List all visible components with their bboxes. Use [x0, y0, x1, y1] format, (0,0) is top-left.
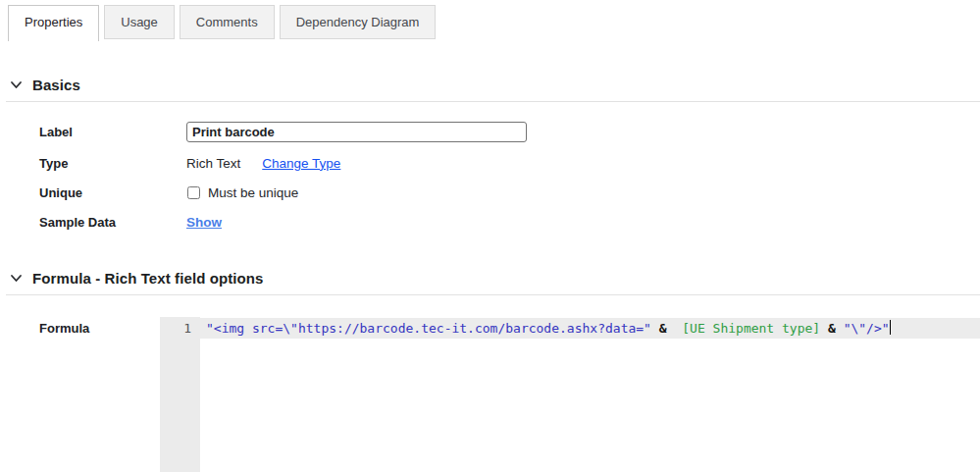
formula-divider: [6, 294, 980, 295]
formula-code-editor[interactable]: 1 "<img src=\"https://barcode.tec-it.com…: [160, 317, 980, 472]
type-value: Rich Text: [186, 156, 240, 171]
label-field-row: Label: [39, 122, 980, 142]
basics-fields: Label Type Rich Text Change Type Unique …: [0, 122, 980, 231]
formula-section-title: Formula - Rich Text field options: [32, 270, 264, 287]
must-be-unique-checkbox[interactable]: [187, 186, 200, 199]
tab-bar: Properties Usage Comments Dependency Dia…: [0, 0, 980, 41]
formula-field-name: Formula: [39, 317, 160, 336]
basics-section-header[interactable]: Basics: [10, 77, 980, 93]
sample-data-field-name: Sample Data: [39, 215, 186, 230]
tab-usage[interactable]: Usage: [104, 5, 175, 39]
must-be-unique-label: Must be unique: [208, 185, 298, 200]
text-cursor: [890, 320, 892, 335]
basics-section-title: Basics: [32, 77, 80, 93]
tab-properties[interactable]: Properties: [8, 5, 99, 41]
type-field-row: Type Rich Text Change Type: [39, 154, 980, 172]
basics-divider: [6, 101, 980, 102]
tab-comments[interactable]: Comments: [180, 5, 275, 39]
change-type-link[interactable]: Change Type: [262, 156, 340, 171]
label-field-name: Label: [39, 125, 186, 139]
editor-code-area[interactable]: "<img src=\"https://barcode.tec-it.com/b…: [200, 317, 980, 472]
label-input[interactable]: [186, 122, 527, 142]
chevron-down-icon[interactable]: [10, 79, 23, 91]
sample-data-field-row: Sample Data Show: [39, 213, 980, 231]
editor-gutter: 1: [160, 317, 200, 472]
show-sample-data-link[interactable]: Show: [186, 215, 222, 230]
type-field-name: Type: [39, 156, 186, 171]
chevron-down-icon[interactable]: [10, 272, 23, 285]
unique-field-row: Unique Must be unique: [39, 184, 980, 201]
formula-code-line[interactable]: "<img src=\"https://barcode.tec-it.com/b…: [200, 318, 980, 339]
line-number: 1: [160, 318, 191, 339]
formula-section-header[interactable]: Formula - Rich Text field options: [10, 270, 980, 287]
formula-field-row: Formula 1 "<img src=\"https://barcode.te…: [39, 317, 980, 472]
formula-code-tokens: "<img src=\"https://barcode.tec-it.com/b…: [206, 321, 890, 336]
tab-dependency-diagram[interactable]: Dependency Diagram: [280, 5, 437, 39]
unique-field-name: Unique: [39, 185, 186, 200]
